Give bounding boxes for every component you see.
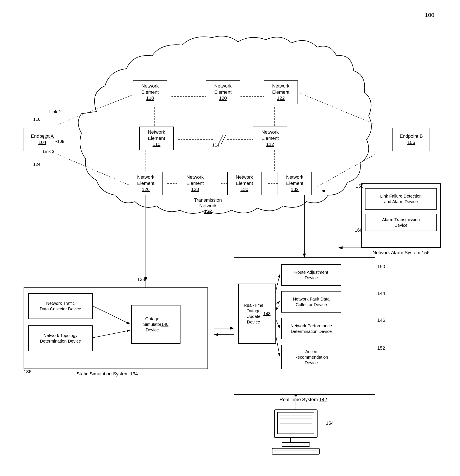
break-114-label: 114	[212, 143, 219, 148]
endpoint-b-box: Endpoint B 106	[393, 128, 430, 151]
svg-line-7	[219, 135, 223, 144]
svg-rect-46	[282, 442, 310, 446]
ref-146: 146	[377, 317, 385, 323]
ne-120-label: NetworkElement	[214, 83, 232, 95]
net-perf-box: Network PerformanceDetermination Device	[281, 318, 341, 339]
ne-128-label: NetworkElement	[187, 174, 204, 187]
route-adj-box: Route AdjustmentDevice	[281, 264, 341, 286]
alarm-trans-box: Alarm TransmissionDevice	[365, 214, 437, 231]
ne-110-ref: 110	[148, 141, 165, 148]
ne-130-ref: 130	[236, 187, 253, 193]
static-sim-system-box: Network TrafficData Collector Device Net…	[24, 288, 208, 369]
ref-150: 150	[377, 264, 385, 269]
ref-138: 138	[137, 277, 145, 282]
endpoint-b-ref: 106	[400, 139, 423, 146]
static-sim-label: Static Simulation System 134	[43, 371, 172, 377]
realtime-outage-box: Real-TimeOutageUpdateDevice148	[238, 284, 276, 344]
ref-144: 144	[377, 291, 385, 296]
svg-line-16	[58, 92, 139, 124]
real-time-label: Real Time System 142	[242, 397, 364, 402]
svg-line-17	[58, 154, 133, 187]
ref-136: 136	[24, 369, 32, 374]
ne-132-box: NetworkElement 132	[278, 172, 312, 195]
link-3-124: 124	[33, 162, 40, 167]
svg-rect-39	[278, 412, 314, 434]
outage-sim-box: OutageSimulatorDevice140	[131, 305, 181, 344]
link-1-ref: 116	[33, 117, 40, 122]
link-1-108: ~108	[55, 139, 64, 144]
ne-122-ref: 122	[272, 95, 290, 102]
ne-112-box: NetworkElement 112	[253, 127, 287, 150]
computer-svg	[268, 408, 324, 455]
real-time-system-box: Real-TimeOutageUpdateDevice148 Route Adj…	[234, 257, 375, 395]
computer-icon	[268, 408, 324, 455]
link-2-label: Link 2	[49, 109, 61, 114]
action-rec-box: ActionRecommendationDevice	[281, 345, 341, 369]
network-alarm-system-box: Link Failure Detectionand Alarm Device A…	[361, 183, 441, 248]
cloud-shape	[78, 36, 371, 213]
link-1-label: Link 1	[43, 135, 54, 140]
ne-112-label: NetworkElement	[262, 129, 279, 141]
ref-154: 154	[326, 420, 334, 426]
ne-118-label: NetworkElement	[141, 83, 159, 95]
ne-130-box: NetworkElement 130	[227, 172, 262, 195]
ne-122-label: NetworkElement	[272, 83, 290, 95]
net-fault-box: Network Fault DataCollector Device	[281, 291, 341, 313]
ne-126-ref: 126	[137, 187, 155, 193]
ne-132-ref: 132	[286, 187, 304, 193]
svg-line-20	[317, 154, 375, 187]
ne-128-box: NetworkElement 128	[178, 172, 212, 195]
ne-110-box: NetworkElement 110	[139, 127, 174, 150]
ref-158: 158	[356, 183, 363, 189]
ne-122-box: NetworkElement 122	[264, 80, 298, 104]
ne-118-box: NetworkElement 118	[133, 80, 167, 104]
svg-rect-45	[290, 438, 301, 443]
svg-line-8	[222, 135, 226, 144]
transmission-network-label: TransmissionNetwork102	[187, 197, 229, 214]
link-3-label: Link 3	[43, 149, 54, 154]
net-traffic-box: Network TrafficData Collector Device	[28, 293, 93, 319]
endpoint-a-ref: 104	[31, 139, 54, 146]
ne-112-ref: 112	[262, 141, 279, 148]
net-topology-box: Network TopologyDetermination Device	[28, 325, 93, 351]
endpoint-b-label: Endpoint B	[400, 133, 423, 139]
link-failure-box: Link Failure Detectionand Alarm Device	[365, 188, 437, 210]
ne-130-label: NetworkElement	[236, 174, 253, 187]
svg-line-18	[298, 92, 375, 124]
ne-120-ref: 120	[214, 95, 232, 102]
ne-120-box: NetworkElement 120	[206, 80, 240, 104]
ref-100: 100	[425, 12, 434, 18]
svg-rect-47	[272, 448, 319, 454]
diagram-container: 100 Endpoint A 104 Endpoint B 106 Networ…	[0, 0, 460, 476]
ne-126-box: NetworkElement 126	[129, 172, 163, 195]
ne-126-label: NetworkElement	[137, 174, 155, 187]
ne-132-label: NetworkElement	[286, 174, 304, 187]
network-alarm-label: Network Alarm System 156	[361, 250, 441, 255]
ne-118-ref: 118	[141, 95, 159, 102]
ref-160: 160	[354, 227, 362, 233]
ne-110-label: NetworkElement	[148, 129, 165, 141]
ref-152: 152	[377, 345, 385, 351]
ne-128-ref: 128	[187, 187, 204, 193]
